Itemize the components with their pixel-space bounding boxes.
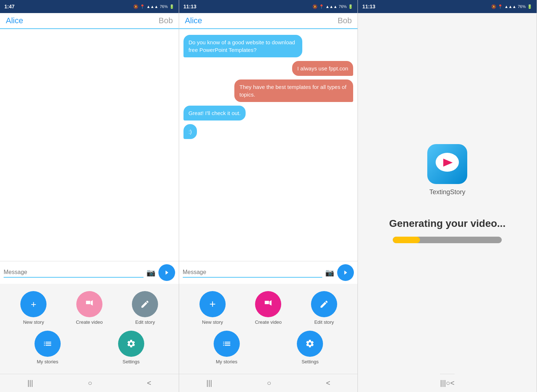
create-video-circle-1 <box>76 291 102 317</box>
menu-item-edit-story-1[interactable]: Edit story <box>132 291 158 325</box>
my-stories-circle-1 <box>35 331 61 357</box>
bottom-menu-1: + New story Create video Edit story <box>0 284 179 374</box>
menu-item-my-stories-2[interactable]: My stories <box>214 331 240 364</box>
status-time-1: 1:47 <box>4 4 15 9</box>
menu-row1-2: + New story Create video Edit story <box>185 291 352 325</box>
generating-title: Generating your video... <box>389 218 506 229</box>
edit-icon-1 <box>140 299 150 309</box>
recent-button-1[interactable]: ||| <box>27 379 33 387</box>
phone-panel-3: 11:13 🔕 📍 ▲▲▲ 76% 🔋 <box>358 0 537 392</box>
mute-icon: 🔕 <box>133 4 138 9</box>
progress-bar-fill <box>393 237 420 243</box>
message-input-area-1: 📷 <box>0 261 179 284</box>
battery-text-1: 76% <box>160 4 168 9</box>
message-input-1[interactable] <box>4 268 144 278</box>
app-name: TextingStory <box>429 188 465 196</box>
phone-panel-1: 1:47 🔕 📍 ▲▲▲ 76% 🔋 Alice Bob 📷 + New <box>0 0 179 392</box>
location-icon-2: 📍 <box>319 4 324 9</box>
menu-item-settings-2[interactable]: Settings <box>297 331 323 364</box>
progress-bar-container <box>393 237 502 243</box>
home-button-1[interactable]: ○ <box>88 379 92 387</box>
status-bar-3: 11:13 🔕 📍 ▲▲▲ 76% 🔋 <box>358 0 537 13</box>
plus-icon-1: + <box>31 299 36 310</box>
app-header-2: Alice Bob <box>179 13 358 29</box>
menu-item-create-video-1[interactable]: Create video <box>76 291 103 325</box>
menu-row2-2: My stories Settings <box>185 331 352 364</box>
phone-panel-2: 11:13 🔕 📍 ▲▲▲ 76% 🔋 Alice Bob Do you kno… <box>179 0 358 392</box>
generating-content: TextingStory Generating your video... <box>375 13 520 374</box>
recent-button-2[interactable]: ||| <box>206 379 212 387</box>
battery-icon-2: 🔋 <box>348 4 353 9</box>
location-icon-3: 📍 <box>498 4 503 9</box>
settings-circle-1 <box>118 331 144 357</box>
edit-icon-2 <box>319 299 329 309</box>
back-button-3[interactable]: < <box>450 379 455 387</box>
settings-icon-1 <box>126 339 136 348</box>
signal-icon-3: ▲▲▲ <box>504 4 516 9</box>
mute-icon-3: 🔕 <box>491 4 496 9</box>
app-header-1: Alice Bob <box>0 13 179 29</box>
battery-text-2: 76% <box>339 4 347 9</box>
edit-story-circle-2 <box>311 291 337 317</box>
create-video-circle-2 <box>255 291 281 317</box>
video-icon-2 <box>263 299 273 309</box>
back-button-2[interactable]: < <box>326 379 330 387</box>
camera-button-2[interactable]: 📷 <box>325 268 334 277</box>
header-alice-1[interactable]: Alice <box>6 16 23 25</box>
menu-item-create-video-2[interactable]: Create video <box>255 291 282 325</box>
recent-button-3[interactable]: ||| <box>440 379 446 387</box>
status-time-3: 11:13 <box>362 4 375 9</box>
plus-icon-2: + <box>209 298 216 310</box>
status-icons-1: 🔕 📍 ▲▲▲ 76% 🔋 <box>133 4 174 9</box>
menu-item-settings-1[interactable]: Settings <box>118 331 144 364</box>
list-icon-1 <box>43 339 52 348</box>
texting-story-icon <box>427 144 467 184</box>
header-alice-2[interactable]: Alice <box>185 16 202 25</box>
create-video-label-2: Create video <box>255 319 282 325</box>
status-bar-2: 11:13 🔕 📍 ▲▲▲ 76% 🔋 <box>179 0 358 13</box>
message-2: I always use fppt.con <box>292 61 353 76</box>
menu-item-my-stories-1[interactable]: My stories <box>35 331 61 364</box>
nav-bar-2: ||| ○ < <box>179 374 358 392</box>
home-button-3[interactable]: ○ <box>446 379 450 387</box>
signal-icon-2: ▲▲▲ <box>326 4 338 9</box>
status-icons-3: 🔕 📍 ▲▲▲ 76% 🔋 <box>491 4 532 9</box>
header-bob-2[interactable]: Bob <box>338 16 352 25</box>
menu-item-edit-story-2[interactable]: Edit story <box>311 291 337 325</box>
send-button-2[interactable] <box>337 264 354 281</box>
chat-area-1 <box>0 29 179 261</box>
message-5: :) <box>183 124 197 139</box>
menu-row1-1: + New story Create video Edit story <box>6 291 173 325</box>
settings-label-2: Settings <box>302 359 319 364</box>
menu-row2-1: My stories Settings <box>6 331 173 364</box>
location-icon: 📍 <box>140 4 145 9</box>
my-stories-label-1: My stories <box>37 359 58 364</box>
status-icons-2: 🔕 📍 ▲▲▲ 76% 🔋 <box>312 4 354 9</box>
message-input-area-2: 📷 <box>179 261 358 284</box>
app-icon <box>427 144 467 184</box>
edit-story-label-2: Edit story <box>314 319 334 325</box>
message-4: Great! I'll check it out. <box>183 106 246 121</box>
battery-icon-3: 🔋 <box>527 4 532 9</box>
settings-icon-2 <box>305 339 315 348</box>
header-bob-1[interactable]: Bob <box>159 16 173 25</box>
settings-label-1: Settings <box>122 359 140 364</box>
send-button-1[interactable] <box>158 264 175 281</box>
edit-story-label-1: Edit story <box>135 319 155 325</box>
my-stories-label-2: My stories <box>216 359 237 364</box>
camera-button-1[interactable]: 📷 <box>146 268 156 277</box>
home-button-2[interactable]: ○ <box>267 379 271 387</box>
back-button-1[interactable]: < <box>147 379 152 387</box>
new-story-label-2: New story <box>202 319 223 325</box>
menu-item-new-story-2[interactable]: + New story <box>199 291 226 325</box>
battery-icon-1: 🔋 <box>169 4 174 9</box>
menu-item-new-story-1[interactable]: + New story <box>20 291 47 325</box>
signal-icon: ▲▲▲ <box>146 4 158 9</box>
chat-area-2: Do you know of a good website to downloa… <box>179 29 358 261</box>
create-video-label-1: Create video <box>76 319 103 325</box>
message-1: Do you know of a good website to downloa… <box>183 35 302 57</box>
message-input-2[interactable] <box>183 268 323 278</box>
battery-text-3: 76% <box>518 4 526 9</box>
status-bar-1: 1:47 🔕 📍 ▲▲▲ 76% 🔋 <box>0 0 179 13</box>
my-stories-circle-2 <box>214 331 240 357</box>
